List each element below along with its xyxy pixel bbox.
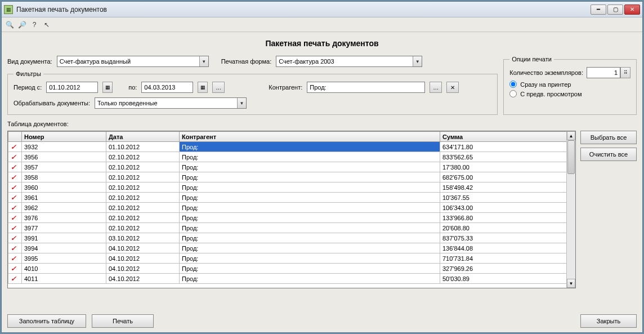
row-counterparty: Прод: — [180, 193, 440, 203]
row-number: 4011 — [22, 274, 106, 284]
row-sum: 106'343.00 — [440, 203, 575, 213]
row-check-icon[interactable]: ✓ — [8, 172, 22, 182]
grid-header-check[interactable] — [8, 132, 22, 142]
row-date: 04.10.2012 — [106, 243, 180, 253]
table-row[interactable]: ✓399404.10.2012Прод:136'844.08 — [8, 243, 575, 253]
close-button[interactable]: Закрыть — [580, 314, 637, 328]
window-title: Пакетная печать документов — [16, 6, 107, 14]
print-form-combo[interactable]: Счет-фактура 2003 ▼ — [276, 56, 422, 67]
grid-header-number[interactable]: Номер — [22, 132, 106, 142]
grid-header-counterparty[interactable]: Контрагент — [180, 132, 440, 142]
period-from-input[interactable]: 01.10.2012 — [46, 82, 98, 93]
documents-grid[interactable]: Номер Дата Контрагент Сумма ✓393201.10.2… — [7, 131, 576, 288]
scroll-up-icon[interactable]: ▲ — [567, 131, 575, 140]
table-row[interactable]: ✓395802.10.2012Прод:682'675.00 — [8, 172, 575, 182]
chevron-down-icon[interactable]: ▼ — [199, 56, 208, 66]
close-window-button[interactable]: ✕ — [624, 5, 640, 15]
scrollbar-thumb[interactable] — [567, 140, 575, 174]
spinner-icon[interactable]: ⠿ — [620, 67, 630, 78]
calendar-icon[interactable]: ▦ — [198, 82, 208, 93]
row-number: 3956 — [22, 152, 106, 162]
row-counterparty: Прод: — [180, 233, 440, 243]
row-number: 3977 — [22, 223, 106, 233]
row-check-icon[interactable]: ✓ — [8, 182, 22, 193]
row-number: 3958 — [22, 172, 106, 182]
row-check-icon[interactable]: ✓ — [8, 142, 22, 152]
minimize-button[interactable]: ━ — [591, 5, 606, 15]
row-number: 3932 — [22, 142, 106, 152]
toolbar-icon-1[interactable]: 🔍 — [5, 20, 14, 29]
row-date: 02.10.2012 — [106, 152, 180, 162]
row-sum: 634'171.80 — [440, 142, 575, 152]
radio-preview[interactable]: С предв. просмотром — [509, 90, 630, 97]
row-check-icon[interactable]: ✓ — [8, 152, 22, 162]
period-to-input[interactable]: 04.03.2013 — [141, 82, 193, 93]
doc-type-combo[interactable]: Счет-фактура выданный ▼ — [57, 56, 209, 67]
row-number: 3957 — [22, 162, 106, 172]
row-check-icon[interactable]: ✓ — [8, 233, 22, 243]
period-ellipsis-button[interactable]: … — [212, 82, 225, 93]
table-row[interactable]: ✓399103.10.2012Прод:837'075.33 — [8, 233, 575, 243]
row-number: 3991 — [22, 233, 106, 243]
cursor-icon[interactable]: ↖ — [42, 20, 51, 29]
grid-header-date[interactable]: Дата — [106, 132, 180, 142]
row-sum: 20'608.80 — [440, 223, 575, 233]
radio-direct-print-input[interactable] — [509, 81, 517, 88]
table-row[interactable]: ✓399504.10.2012Прод:710'731.84 — [8, 253, 575, 264]
counterparty-ellipsis-button[interactable]: … — [430, 82, 442, 93]
process-combo[interactable]: Только проведенные ▼ — [95, 97, 247, 109]
table-row[interactable]: ✓395702.10.2012Прод:17'380.00 — [8, 162, 575, 172]
doc-type-value: Счет-фактура выданный — [60, 58, 131, 65]
row-date: 02.10.2012 — [106, 213, 180, 223]
radio-direct-print[interactable]: Сразу на принтер — [509, 81, 630, 88]
table-row[interactable]: ✓397602.10.2012Прод:133'966.80 — [8, 213, 575, 223]
print-button[interactable]: Печать — [92, 314, 154, 328]
row-date: 04.10.2012 — [106, 264, 180, 274]
content-area: Пакетная печать документов Вид документа… — [2, 32, 642, 332]
grid-header-sum[interactable]: Сумма — [440, 132, 575, 142]
maximize-button[interactable]: ▢ — [607, 5, 623, 15]
calendar-icon[interactable]: ▦ — [102, 82, 113, 93]
row-sum: 17'380.00 — [440, 162, 575, 172]
table-row[interactable]: ✓396002.10.2012Прод:158'498.42 — [8, 182, 575, 193]
table-row[interactable]: ✓396202.10.2012Прод:106'343.00 — [8, 203, 575, 213]
row-check-icon[interactable]: ✓ — [8, 264, 22, 274]
row-sum: 133'966.80 — [440, 213, 575, 223]
toolbar-icon-2[interactable]: 🔎 — [17, 20, 26, 29]
chevron-down-icon[interactable]: ▼ — [413, 56, 422, 66]
counterparty-input[interactable]: Прод: — [307, 82, 425, 93]
row-check-icon[interactable]: ✓ — [8, 213, 22, 223]
table-row[interactable]: ✓401104.10.2012Прод:50'030.89 — [8, 274, 575, 284]
scroll-down-icon[interactable]: ▼ — [567, 279, 575, 288]
clear-all-button[interactable]: Очистить все — [580, 148, 637, 161]
fill-table-button[interactable]: Заполнить таблицу — [7, 314, 86, 328]
titlebar: ▦ Пакетная печать документов ━ ▢ ✕ — [2, 2, 642, 17]
chevron-down-icon[interactable]: ▼ — [237, 98, 246, 108]
vertical-scrollbar[interactable]: ▲ ▼ — [566, 131, 575, 288]
row-counterparty: Прод: — [180, 203, 440, 213]
options-legend: Опции печати — [509, 56, 554, 63]
table-row[interactable]: ✓396102.10.2012Прод:10'367.55 — [8, 193, 575, 203]
row-check-icon[interactable]: ✓ — [8, 274, 22, 284]
filters-legend: Фильтры — [14, 70, 43, 77]
row-date: 02.10.2012 — [106, 223, 180, 233]
select-all-button[interactable]: Выбрать все — [580, 131, 637, 144]
counterparty-clear-button[interactable]: ✕ — [446, 82, 459, 93]
table-row[interactable]: ✓393201.10.2012Прод:634'171.80 — [8, 142, 575, 152]
table-row[interactable]: ✓395602.10.2012Прод:833'562.65 — [8, 152, 575, 162]
radio-preview-input[interactable] — [509, 90, 517, 97]
print-form-label: Печатная форма: — [221, 58, 272, 65]
row-check-icon[interactable]: ✓ — [8, 193, 22, 203]
row-date: 02.10.2012 — [106, 172, 180, 182]
table-row[interactable]: ✓397702.10.2012Прод:20'608.80 — [8, 223, 575, 233]
row-sum: 710'731.84 — [440, 253, 575, 264]
row-check-icon[interactable]: ✓ — [8, 253, 22, 264]
row-number: 3994 — [22, 243, 106, 253]
row-check-icon[interactable]: ✓ — [8, 223, 22, 233]
row-check-icon[interactable]: ✓ — [8, 162, 22, 172]
row-check-icon[interactable]: ✓ — [8, 203, 22, 213]
help-icon[interactable]: ? — [30, 20, 39, 29]
row-check-icon[interactable]: ✓ — [8, 243, 22, 253]
table-row[interactable]: ✓401004.10.2012Прод:327'969.26 — [8, 264, 575, 274]
copies-input[interactable]: 1 — [587, 67, 620, 78]
